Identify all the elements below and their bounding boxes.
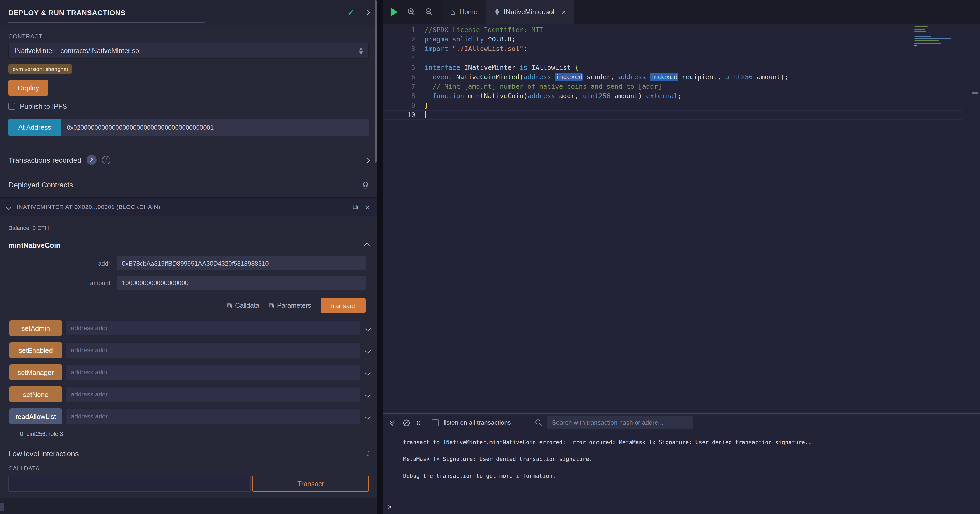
chevron-down-icon[interactable] [366, 412, 370, 421]
deploy-run-panel: DEPLOY & RUN TRANSACTIONS ✓ CONTRACT INa… [0, 0, 377, 514]
code-lines: 1//SPDX-License-Identifier: MIT2pragma s… [383, 25, 962, 120]
function-row: setNone [10, 386, 371, 402]
overview-ruler-mark [972, 92, 978, 94]
contract-balance: Balance: 0 ETH [8, 225, 369, 231]
clear-console-button[interactable] [402, 419, 410, 427]
terminal-header: 0 listen on all transactions [383, 414, 980, 432]
low-level-title: Low level interactions [8, 449, 79, 458]
code-line-6[interactable]: 6 event NativeCoinMinted(address indexed… [383, 73, 962, 82]
function-row: setManager [10, 364, 371, 380]
function-button-setManager[interactable]: setManager [10, 364, 62, 380]
panel-scrollbar[interactable] [375, 0, 377, 163]
code-line-7[interactable]: 7 // Mint [amount] number of native coin… [383, 82, 962, 91]
function-input-setEnabled[interactable] [65, 342, 361, 358]
code-line-10[interactable]: 10 [383, 110, 962, 120]
calldata-label: CALLDATA [8, 465, 369, 471]
terminal-search-input[interactable] [547, 416, 694, 429]
function-button-setEnabled[interactable]: setEnabled [10, 342, 62, 358]
function-button-setAdmin[interactable]: setAdmin [10, 320, 62, 336]
function-button-setNone[interactable]: setNone [10, 386, 62, 402]
chevron-down-icon[interactable] [366, 390, 370, 399]
evm-version-badge: evm version: shanghai [8, 64, 72, 73]
function-input-readAllowList[interactable] [65, 408, 361, 424]
line-content [425, 110, 426, 120]
compile-check-icon: ✓ [348, 8, 354, 17]
function-input-setAdmin[interactable] [65, 320, 361, 336]
terminal-log-line: Debug the transaction to get more inform… [403, 471, 980, 480]
collapse-chevron-icon[interactable] [6, 204, 11, 210]
deploy-button[interactable]: Deploy [8, 80, 48, 95]
function-name: mintNativeCoin [8, 241, 60, 249]
collapse-terminal-button[interactable] [389, 420, 394, 425]
low-level-calldata-input[interactable] [8, 476, 251, 492]
panel-divider[interactable] [377, 0, 383, 514]
copy-icon[interactable]: ⧉ [353, 202, 358, 211]
close-tab-icon[interactable]: × [562, 8, 566, 16]
amount-field-input[interactable] [117, 276, 366, 290]
chevron-right-icon[interactable] [365, 155, 369, 165]
scroll-corner [0, 503, 4, 511]
panel-header: DEPLOY & RUN TRANSACTIONS ✓ [0, 0, 377, 25]
chevron-down-icon[interactable] [366, 368, 370, 377]
function-button-readAllowList[interactable]: readAllowList [10, 408, 62, 424]
deployed-contract-title: INATIVEMINTER AT 0X020...00001 (BLOCKCHA… [17, 204, 161, 210]
tab-inativeminter-label: INativeMinter.sol [504, 8, 554, 16]
line-number: 1 [383, 25, 415, 35]
line-content: //SPDX-License-Identifier: MIT [425, 25, 543, 35]
zoom-out-icon[interactable] [425, 8, 434, 16]
chevron-down-icon[interactable] [366, 346, 370, 355]
low-level-interactions: Low level interactions i CALLDATA Transa… [0, 449, 377, 492]
code-line-4[interactable]: 4 [383, 54, 962, 63]
transactions-count-badge: 2 [87, 155, 97, 165]
publish-ipfs-checkbox[interactable] [8, 103, 15, 110]
code-editor[interactable]: 1//SPDX-License-Identifier: MIT2pragma s… [383, 24, 980, 413]
code-line-2[interactable]: 2pragma solidity ^0.8.0; [383, 35, 962, 44]
deployed-contract-header[interactable]: INATIVEMINTER AT 0X020...00001 (BLOCKCHA… [0, 197, 377, 216]
minimap[interactable] [914, 26, 964, 50]
calldata-copy-button[interactable]: ⧉ Calldata [227, 301, 259, 310]
remove-contract-icon[interactable]: × [365, 202, 370, 211]
function-input-setNone[interactable] [65, 386, 361, 402]
terminal-prompt[interactable]: > [388, 503, 392, 511]
code-line-5[interactable]: 5interface INativeMinter is IAllowList { [383, 63, 962, 73]
addr-field-label: addr: [0, 260, 117, 267]
line-number: 9 [383, 101, 415, 110]
amount-field-label: amount: [0, 279, 117, 286]
line-content: interface INativeMinter is IAllowList { [425, 63, 579, 73]
tab-bar: ⌂ Home INativeMinter.sol × [383, 0, 980, 24]
transactions-recorded-label: Transactions recorded [8, 155, 81, 164]
amount-field-row: amount: [0, 276, 366, 290]
addr-field-input[interactable] [117, 256, 366, 270]
at-address-button[interactable]: At Address [8, 119, 61, 136]
contract-select[interactable]: INativeMinter - contracts/INativeMinter.… [8, 43, 369, 59]
trash-icon[interactable] [362, 181, 369, 189]
at-address-input[interactable] [61, 119, 369, 136]
line-content: } [425, 101, 428, 110]
zoom-in-icon[interactable] [407, 8, 416, 16]
line-number: 7 [383, 82, 415, 91]
code-line-8[interactable]: 8 function mintNativeCoin(address addr, … [383, 91, 962, 101]
chevron-down-icon[interactable] [366, 324, 370, 333]
code-line-9[interactable]: 9} [383, 101, 962, 110]
function-rows: setAdmin setEnabled setManager setNone r… [0, 320, 377, 424]
tab-home[interactable]: ⌂ Home [442, 0, 486, 24]
deployed-contracts-heading: Deployed Contracts [0, 172, 377, 194]
terminal-log-line: transact to INativeMinter.mintNativeCoin… [403, 438, 980, 446]
search-icon [535, 419, 542, 426]
terminal-log-line: MetaMask Tx Signature: User denied trans… [403, 455, 980, 463]
mint-native-coin-header[interactable]: mintNativeCoin [8, 240, 369, 250]
tab-inativeminter[interactable]: INativeMinter.sol × [486, 0, 574, 24]
low-level-transact-button[interactable]: Transact [252, 476, 369, 492]
parameters-copy-button[interactable]: ⧉ Parameters [269, 301, 311, 310]
code-line-3[interactable]: 3import "./IAllowList.sol"; [383, 44, 962, 54]
function-input-setManager[interactable] [65, 364, 361, 380]
transactions-recorded-row[interactable]: Transactions recorded 2 i [0, 148, 377, 172]
run-script-icon[interactable] [391, 8, 398, 16]
panel-footer [0, 498, 377, 514]
code-line-1[interactable]: 1//SPDX-License-Identifier: MIT [383, 25, 962, 35]
double-chevron-down-icon [390, 420, 394, 425]
listen-transactions-checkbox[interactable] [432, 419, 439, 426]
chevron-right-icon[interactable] [364, 10, 370, 16]
transact-button[interactable]: transact [321, 298, 366, 313]
chevron-up-icon[interactable] [365, 240, 369, 250]
